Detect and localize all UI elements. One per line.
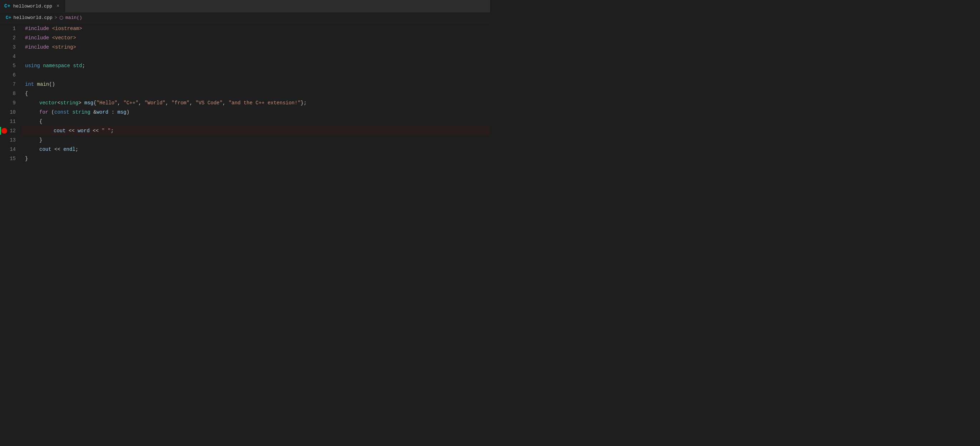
line-num-8: 8 (0, 89, 21, 98)
line-num-7: 7 (0, 80, 21, 89)
code-line-1: #include <iostream> (21, 24, 490, 33)
tab-filename: helloworld.cpp (13, 3, 52, 9)
code-area[interactable]: #include <iostream> #include <vector> #i… (21, 23, 490, 223)
code-line-14: cout << endl; (21, 145, 490, 154)
line-numbers: 1 2 3 4 5 6 7 8 9 10 11 (0, 23, 21, 223)
breakpoint-dot (2, 128, 7, 134)
code-line-4 (21, 52, 490, 61)
code-line-3: #include <string> (21, 43, 490, 52)
line-num-5: 5 (0, 61, 21, 70)
code-line-12: cout << word << " "; (21, 126, 490, 135)
line-num-10: 10 (0, 108, 21, 117)
breadcrumb-file-icon: C+ (6, 15, 11, 21)
code-line-15: } (21, 154, 490, 163)
tab-bar: C+ helloworld.cpp × (0, 0, 490, 13)
line-num-12: 12 (0, 126, 21, 135)
code-line-11: { (21, 117, 490, 126)
code-line-2: #include <vector> (21, 33, 490, 43)
code-line-13: } (21, 135, 490, 145)
line-num-3: 3 (0, 43, 21, 52)
tab-helloworld[interactable]: C+ helloworld.cpp × (0, 0, 65, 12)
editor: 1 2 3 4 5 6 7 8 9 10 11 (0, 23, 490, 223)
line-num-6: 6 (0, 70, 21, 80)
code-line-5: using namespace std; (21, 61, 490, 70)
line-num-14: 14 (0, 145, 21, 154)
code-line-7: int main() (21, 80, 490, 89)
line-num-1: 1 (0, 24, 21, 33)
breadcrumb-function[interactable]: main() (65, 15, 82, 21)
breadcrumb-separator: > (55, 15, 57, 21)
line-num-15: 15 (0, 154, 21, 163)
breadcrumb: C+ helloworld.cpp > ⬡ main() (0, 13, 490, 23)
breadcrumb-function-icon: ⬡ (59, 15, 63, 21)
code-line-6 (21, 70, 490, 80)
tab-close-button[interactable]: × (55, 3, 61, 10)
line-num-4: 4 (0, 52, 21, 61)
line-num-2: 2 (0, 33, 21, 43)
cpp-file-icon: C+ (4, 3, 10, 9)
code-line-8: { (21, 89, 490, 98)
line-num-13: 13 (0, 135, 21, 145)
breakpoint-border (0, 127, 1, 135)
code-line-10: for (const string &word : msg) (21, 108, 490, 117)
line-num-9: 9 (0, 98, 21, 108)
code-line-9: vector<string> msg{"Hello", "C++", "Worl… (21, 98, 490, 108)
line-num-11: 11 (0, 117, 21, 126)
breadcrumb-filename[interactable]: helloworld.cpp (14, 15, 52, 21)
